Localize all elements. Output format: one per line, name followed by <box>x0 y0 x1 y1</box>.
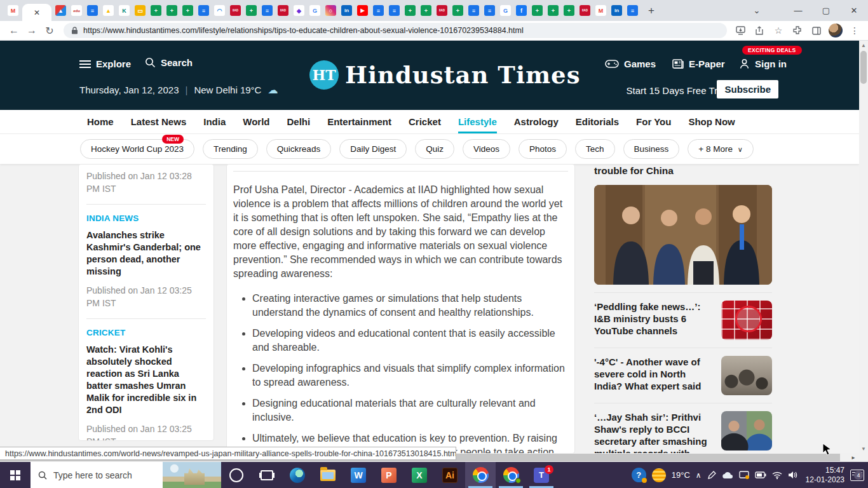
pinned-tab-linkedin[interactable]: in <box>609 0 625 21</box>
pill-quickreads[interactable]: Quickreads <box>266 139 331 159</box>
pinned-tab-gdrive[interactable]: ▲ <box>100 0 116 21</box>
pinned-tab-gslide[interactable]: ▭ <box>132 0 148 21</box>
category-label[interactable]: CRICKET <box>86 328 206 337</box>
pinned-tab-gdoc[interactable]: ≡ <box>386 0 402 21</box>
headline-link[interactable]: Avalanches strike Kashmir's Ganderbal; o… <box>86 229 206 278</box>
active-tab[interactable]: ✕ <box>22 4 51 21</box>
taskbar-clock[interactable]: 15:47 12-01-2023 <box>806 466 844 485</box>
headline-link[interactable]: ‘…Jay Shah sir’: Prithvi Shaw's reply to… <box>594 411 715 453</box>
pinned-tab-google[interactable]: G <box>307 0 323 21</box>
story-thumbnail[interactable] <box>721 301 772 340</box>
pinned-tab-iiad[interactable]: IIAD <box>275 0 291 21</box>
window-maximize-button[interactable]: ▢ <box>812 0 840 21</box>
task-view-button[interactable] <box>252 462 282 488</box>
edge-button[interactable] <box>282 462 313 488</box>
start-button[interactable] <box>0 462 31 488</box>
pill-hockey-world-cup[interactable]: Hockey World Cup 2023 NEW <box>80 139 194 159</box>
pill-videos[interactable]: Videos <box>463 139 510 159</box>
pinned-tab-gdoc[interactable]: ≡ <box>259 0 275 21</box>
nav-item-entertainment[interactable]: Entertainment <box>327 110 391 133</box>
teams-button[interactable]: T 1 <box>526 462 557 488</box>
pinned-tab-gsheet[interactable]: + <box>529 0 545 21</box>
nav-item-lifestyle[interactable]: Lifestyle <box>458 110 497 133</box>
cast-icon[interactable] <box>739 471 749 479</box>
chrome-button-secondary[interactable] <box>496 462 526 488</box>
close-tab-icon[interactable]: ✕ <box>34 8 40 17</box>
word-button[interactable]: W <box>343 462 374 488</box>
pill-trending[interactable]: Trending <box>203 139 258 159</box>
share-icon[interactable] <box>751 22 768 39</box>
headline-link[interactable]: '-4°C' - Another wave of severe cold in … <box>594 356 715 392</box>
nav-item-for-you[interactable]: For You <box>636 110 671 133</box>
pinned-tab-kite[interactable]: ◆ <box>291 0 307 21</box>
pinned-tab-gsheet[interactable]: + <box>402 0 418 21</box>
powerpoint-button[interactable]: P <box>374 462 404 488</box>
pinned-tab-gdoc[interactable]: ≡ <box>85 0 100 21</box>
category-label[interactable]: INDIA NEWS <box>86 214 206 223</box>
install-icon[interactable] <box>732 22 749 39</box>
signin-button[interactable]: Sign in <box>739 58 787 69</box>
pinned-tab-gmail[interactable]: M <box>5 0 21 21</box>
address-bar[interactable]: https://www.hindustantimes.com/lifestyle… <box>64 23 727 38</box>
bing-daily-image[interactable] <box>163 462 221 488</box>
nav-item-editorials[interactable]: Editorials <box>576 110 619 133</box>
list-item[interactable]: CRICKET Watch: Virat Kohli's absolutely … <box>86 328 206 441</box>
illustrator-button[interactable]: Ai <box>435 462 465 488</box>
nav-item-india[interactable]: India <box>203 110 226 133</box>
epaper-link[interactable]: E-Paper <box>672 58 725 69</box>
pinned-tab-gdoc[interactable]: ≡ <box>482 0 498 21</box>
ht-logo[interactable]: HT Hindustan Times <box>309 60 580 90</box>
extensions-puzzle-icon[interactable] <box>789 22 806 39</box>
scroll-up-arrow-icon[interactable]: ▲ <box>859 41 868 50</box>
pinned-tab-instagram[interactable]: ○ <box>323 0 339 21</box>
hidden-icons-chevron[interactable]: ∧ <box>696 471 702 480</box>
bookmark-star-icon[interactable]: ☆ <box>770 22 787 39</box>
pen-icon[interactable] <box>707 471 716 480</box>
vertical-scrollbar[interactable]: ▲ ▼ <box>859 41 868 453</box>
pinned-tab-gsheet[interactable]: + <box>164 0 180 21</box>
site-search-button[interactable]: Search <box>145 57 193 68</box>
speaker-icon[interactable] <box>788 471 797 479</box>
nav-item-world[interactable]: World <box>243 110 269 133</box>
pinned-tab-rocket[interactable]: ▴ <box>53 0 69 21</box>
pinned-tab-gmail[interactable]: M <box>593 0 609 21</box>
weather-icon[interactable] <box>652 468 666 482</box>
pill-business[interactable]: Business <box>623 139 680 159</box>
pinned-tab-gdoc[interactable]: ≡ <box>466 0 482 21</box>
lead-story-photo[interactable] <box>594 185 772 285</box>
story-thumbnail[interactable] <box>721 356 772 395</box>
reload-icon[interactable]: ↻ <box>41 22 58 39</box>
pinned-tab-gsheet[interactable]: + <box>243 0 259 21</box>
file-explorer-button[interactable] <box>313 462 343 488</box>
pinned-tab-edu[interactable]: edu <box>69 0 85 21</box>
onedrive-cloud-icon[interactable] <box>722 471 733 479</box>
help-icon[interactable]: ? <box>632 468 646 482</box>
pinned-tab-youtube[interactable]: ▶ <box>355 0 370 21</box>
nav-item-cricket[interactable]: Cricket <box>409 110 441 133</box>
nav-item-delhi[interactable]: Delhi <box>287 110 310 133</box>
list-item[interactable]: ‘Peddling fake news…’: I&B ministry bust… <box>594 301 772 340</box>
chrome-menu-icon[interactable]: ⋮ <box>846 22 863 39</box>
nav-item-shop-now[interactable]: Shop Now <box>688 110 735 133</box>
pinned-tab-gdoc[interactable]: ≡ <box>370 0 386 21</box>
story-thumbnail[interactable] <box>721 411 772 451</box>
cortana-button[interactable] <box>221 462 252 488</box>
scroll-down-arrow-icon[interactable]: ▼ <box>859 444 868 453</box>
pinned-tab-wifi[interactable]: ◠ <box>212 0 227 21</box>
forward-icon[interactable]: → <box>23 22 41 39</box>
excel-button[interactable]: X <box>404 462 435 488</box>
list-item[interactable]: INDIA NEWS Avalanches strike Kashmir's G… <box>86 214 206 309</box>
headline-link[interactable]: ‘Peddling fake news…’: I&B ministry bust… <box>594 301 715 337</box>
pill-photos[interactable]: Photos <box>519 139 567 159</box>
chrome-button-active[interactable] <box>465 462 496 488</box>
pill-daily-digest[interactable]: Daily Digest <box>339 139 407 159</box>
list-item[interactable]: '-4°C' - Another wave of severe cold in … <box>594 356 772 395</box>
pinned-tab-iiad[interactable]: IIAD <box>434 0 450 21</box>
action-center-button[interactable]: 4 <box>850 470 864 481</box>
wifi-icon[interactable] <box>772 471 782 479</box>
pinned-tab-kdoc[interactable]: K <box>116 0 132 21</box>
pinned-tab-gsheet[interactable]: + <box>561 0 577 21</box>
pinned-tab-linkedin[interactable]: in <box>339 0 355 21</box>
nav-item-latest-news[interactable]: Latest News <box>131 110 187 133</box>
headline-link[interactable]: Watch: Virat Kohli's absolutely shocked … <box>86 344 206 416</box>
